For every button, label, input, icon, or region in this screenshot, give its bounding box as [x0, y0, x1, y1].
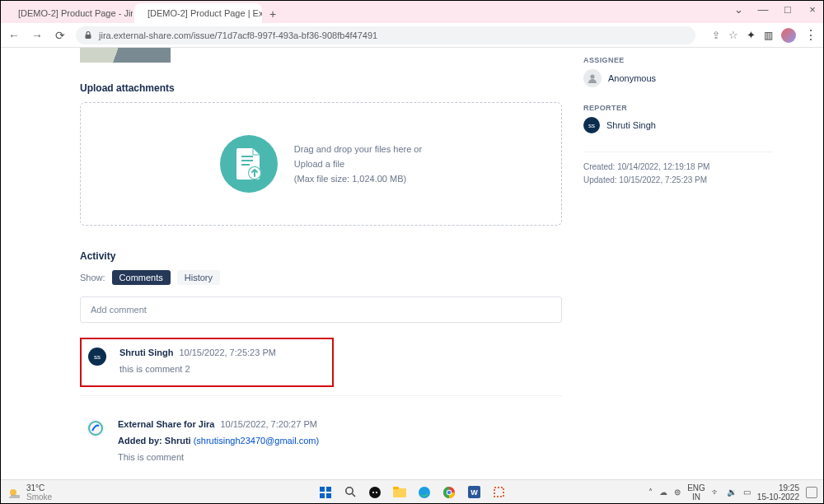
- page-content: Upload attachments Drag and drop your fi…: [0, 48, 824, 479]
- network-icon[interactable]: ⊚: [674, 488, 681, 497]
- star-icon[interactable]: ☆: [728, 29, 738, 41]
- tab-history[interactable]: History: [177, 270, 220, 285]
- updated-text: Updated: 10/15/2022, 7:25:23 PM: [583, 174, 773, 187]
- clock-date: 15-10-2022: [757, 492, 799, 502]
- url-text: jira.external-share.com/issue/71d7acf8-9…: [99, 30, 377, 40]
- avatar-initials: ss: [588, 122, 595, 129]
- side-panel-icon[interactable]: ▥: [764, 30, 773, 41]
- avatar-initials: ss: [94, 353, 101, 361]
- added-by-email: (shrutisingh23470@gmail.com): [194, 436, 319, 446]
- activity-tabs: Show: Comments History: [80, 270, 562, 285]
- assignee-value: Anonymous: [608, 73, 656, 83]
- anonymous-avatar-icon: [583, 69, 602, 87]
- browser-chrome: [DEMO-2] Product Page - Jira × [DEMO-2] …: [0, 0, 824, 48]
- browser-toolbar: ← → ⟳ jira.external-share.com/issue/71d7…: [0, 23, 824, 48]
- address-bar[interactable]: jira.external-share.com/issue/71d7acf8-9…: [76, 26, 695, 44]
- assignee-row[interactable]: Anonymous: [583, 69, 773, 87]
- notification-icon[interactable]: [806, 487, 817, 498]
- svg-rect-22: [393, 487, 399, 489]
- taskbar-right: ˄ ☁ ⊚ ENG IN ᯤ 🔉 ▭ 19:25 15-10-2022: [648, 483, 817, 502]
- tab-comments[interactable]: Comments: [112, 270, 171, 285]
- upload-file-link[interactable]: Upload a file: [294, 159, 422, 169]
- new-tab-button[interactable]: +: [264, 5, 282, 23]
- word-icon[interactable]: W: [466, 484, 482, 501]
- comment-timestamp: 10/15/2022, 7:20:27 PM: [220, 419, 316, 429]
- divider: [80, 395, 562, 396]
- chrome-icon[interactable]: [441, 484, 457, 501]
- maximize-icon[interactable]: □: [781, 3, 794, 16]
- windows-taskbar: 31°C Smoke W ˄ ☁ ⊚ ENG IN ᯤ 🔉 ▭ 19:25 15…: [0, 479, 824, 504]
- upload-dropzone[interactable]: Drag and drop your files here or Upload …: [80, 102, 562, 226]
- wifi-icon[interactable]: ᯤ: [712, 488, 720, 497]
- back-button[interactable]: ←: [7, 29, 21, 42]
- max-size-text: (Max file size: 1,024.00 MB): [294, 174, 422, 184]
- close-window-icon[interactable]: ×: [806, 3, 819, 16]
- drag-instruction: Drag and drop your files here or: [294, 144, 422, 154]
- weather-cond: Smoke: [26, 492, 52, 502]
- share-icon[interactable]: ⇪: [712, 30, 720, 41]
- clock-time: 19:25: [757, 483, 799, 492]
- metadata: Created: 10/14/2022, 12:19:18 PM Updated…: [583, 152, 773, 187]
- tab-external-share[interactable]: [DEMO-2] Product Page | Extern… ×: [134, 3, 262, 23]
- chevron-down-icon[interactable]: ⌄: [732, 3, 745, 16]
- start-icon[interactable]: [317, 484, 334, 501]
- onedrive-icon[interactable]: ☁: [659, 488, 667, 497]
- svg-point-19: [372, 491, 374, 492]
- region-code: IN: [687, 492, 705, 502]
- reporter-value: Shruti Singh: [606, 120, 656, 130]
- snip-icon[interactable]: [490, 484, 507, 501]
- main-column: Upload attachments Drag and drop your fi…: [80, 48, 562, 474]
- svg-point-28: [447, 490, 452, 494]
- reporter-row[interactable]: ss Shruti Singh: [583, 117, 773, 133]
- tab-jira[interactable]: [DEMO-2] Product Page - Jira ×: [5, 3, 133, 23]
- attachment-thumbnail[interactable]: [80, 48, 171, 63]
- added-by-label: Added by: Shruti: [118, 436, 191, 446]
- avatar: ss: [88, 348, 106, 366]
- lang-code: ENG: [687, 483, 705, 492]
- comment-author: External Share for Jira: [118, 419, 214, 429]
- menu-icon[interactable]: ⋮: [804, 27, 817, 43]
- toolbar-right: ⇪ ☆ ✦ ▥ ⋮: [712, 27, 817, 43]
- weather-widget[interactable]: 31°C Smoke: [0, 483, 52, 502]
- svg-point-20: [376, 491, 377, 492]
- weather-icon: [7, 485, 21, 500]
- svg-point-9: [89, 422, 102, 435]
- activity-heading: Activity: [80, 250, 562, 262]
- file-upload-icon: [220, 135, 278, 193]
- battery-icon[interactable]: ▭: [743, 488, 751, 497]
- extensions-icon[interactable]: ✦: [747, 29, 756, 41]
- tab-strip: [DEMO-2] Product Page - Jira × [DEMO-2] …: [0, 0, 824, 23]
- add-comment-input[interactable]: Add comment: [80, 296, 562, 323]
- reporter-label: REPORTER: [583, 104, 773, 112]
- svg-rect-12: [320, 487, 325, 492]
- created-text: Created: 10/14/2022, 12:19:18 PM: [583, 161, 773, 174]
- avatar: ss: [583, 117, 600, 133]
- profile-avatar[interactable]: [781, 28, 796, 43]
- svg-point-10: [590, 74, 594, 78]
- show-label: Show:: [80, 273, 105, 282]
- minimize-icon[interactable]: —: [756, 3, 770, 16]
- edge-icon[interactable]: [416, 484, 433, 501]
- side-column: ASSIGNEE Anonymous REPORTER ss Shruti Si…: [583, 48, 773, 187]
- svg-rect-15: [326, 493, 331, 498]
- chat-icon[interactable]: [367, 484, 383, 501]
- svg-text:W: W: [471, 488, 478, 497]
- explorer-icon[interactable]: [391, 484, 408, 501]
- app-avatar-icon: [87, 419, 105, 437]
- tab-title: [DEMO-2] Product Page - Jira: [18, 8, 133, 18]
- comment-body: this is comment 2: [119, 364, 324, 374]
- forward-button[interactable]: →: [30, 29, 44, 42]
- svg-rect-13: [326, 487, 331, 492]
- added-by: Added by: Shruti (shrutisingh23470@gmail…: [118, 436, 554, 446]
- search-icon[interactable]: [342, 484, 358, 501]
- dropzone-text: Drag and drop your files here or Upload …: [294, 144, 422, 184]
- clock[interactable]: 19:25 15-10-2022: [757, 483, 799, 502]
- upload-heading: Upload attachments: [80, 82, 562, 94]
- tray-chevron-icon[interactable]: ˄: [648, 488, 653, 497]
- reload-button[interactable]: ⟳: [53, 29, 68, 42]
- language-indicator[interactable]: ENG IN: [687, 483, 705, 502]
- comment-timestamp: 10/15/2022, 7:25:23 PM: [179, 348, 275, 357]
- svg-rect-2: [86, 35, 91, 39]
- svg-line-17: [352, 494, 355, 497]
- volume-icon[interactable]: 🔉: [727, 488, 737, 497]
